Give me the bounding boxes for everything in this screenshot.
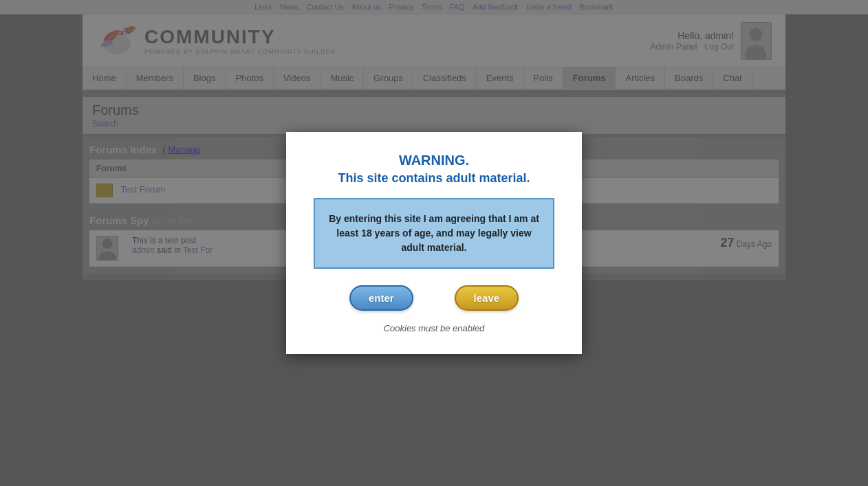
modal-buttons: enter leave (314, 285, 554, 311)
modal-warning-title: WARNING. (314, 153, 554, 168)
modal-agreement-text: By entering this site I am agreeing that… (329, 213, 539, 253)
modal-dialog: WARNING. This site contains adult materi… (286, 132, 582, 354)
enter-button[interactable]: enter (349, 285, 413, 311)
cookies-notice: Cookies must be enabled (314, 323, 554, 333)
modal-agreement-box: By entering this site I am agreeing that… (314, 198, 554, 269)
modal-overlay: WARNING. This site contains adult materi… (0, 0, 868, 486)
leave-button[interactable]: leave (455, 285, 519, 311)
modal-warning-subtitle: This site contains adult material. (314, 171, 554, 186)
